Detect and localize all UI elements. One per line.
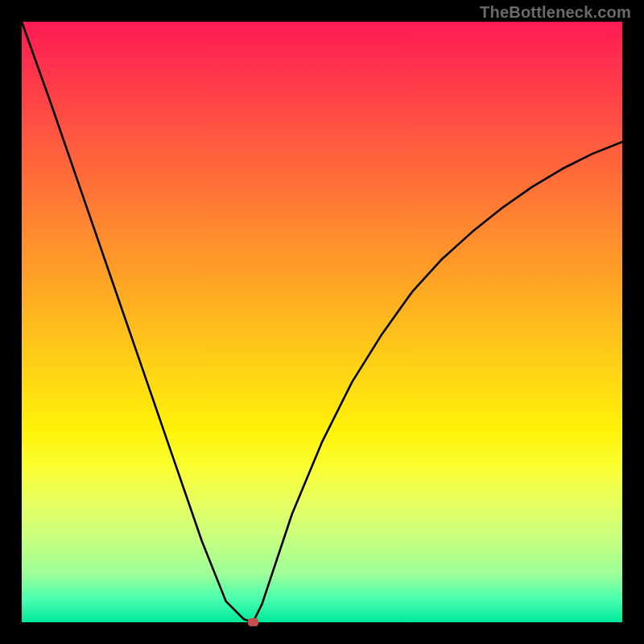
bottleneck-curve-path (22, 22, 622, 622)
chart-frame: TheBottleneck.com (0, 0, 644, 644)
optimal-point-marker (248, 618, 258, 626)
curve-svg (22, 22, 622, 622)
watermark-text: TheBottleneck.com (480, 3, 631, 22)
plot-area (22, 22, 622, 622)
